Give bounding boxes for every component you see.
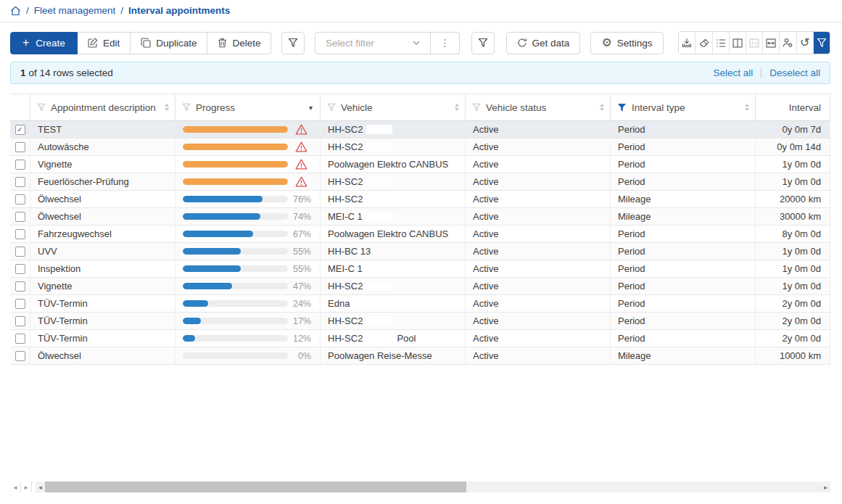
home-icon[interactable]: [10, 6, 21, 16]
filter-button-mid[interactable]: [471, 32, 495, 54]
header-appointment-description[interactable]: Appointment description: [30, 94, 176, 120]
progress-percent: 67%: [288, 229, 311, 239]
progress-bar: [183, 265, 288, 272]
vehicle-cell: HH-SC2 Pool: [321, 330, 466, 347]
row-checkbox[interactable]: ✓: [15, 142, 25, 152]
appointment-description-cell: UVV: [30, 243, 176, 260]
settings-label: Settings: [617, 38, 653, 49]
edit-button[interactable]: Edit: [78, 32, 131, 54]
progress-percent: 76%: [288, 194, 311, 205]
row-checkbox[interactable]: ✓: [15, 299, 25, 309]
select-filter-dropdown[interactable]: Select filter: [315, 32, 431, 54]
header-interval-type[interactable]: Interval type: [611, 94, 756, 120]
filter-icon[interactable]: [182, 103, 191, 112]
row-checkbox[interactable]: ✓: [15, 160, 25, 170]
checkbox-cell: ✓: [10, 347, 30, 364]
header-interval[interactable]: Interval: [756, 94, 830, 120]
table-row[interactable]: ✓ Inspektion 55% MEI-C 1 Active Period 1…: [10, 260, 830, 278]
table-row[interactable]: ✓ TÜV-Termin 24% Edna Active Period 2y 0…: [10, 295, 830, 313]
checkbox-cell: ✓: [10, 243, 30, 260]
row-checkbox[interactable]: ✓: [15, 264, 25, 274]
filter-icon[interactable]: [472, 103, 481, 112]
checkbox-cell: ✓: [10, 278, 30, 294]
select-all-link[interactable]: Select all: [713, 67, 753, 78]
page-left-button[interactable]: ◂: [10, 482, 21, 492]
row-checkbox[interactable]: ✓: [15, 334, 25, 344]
vehicle-status-cell: Active: [466, 191, 611, 207]
row-checkbox[interactable]: ✓: [15, 281, 25, 292]
vehicle-status-cell: Active: [466, 347, 611, 364]
sort-icon[interactable]: [600, 104, 606, 111]
user-settings-icon[interactable]: [779, 32, 796, 54]
filter-icon[interactable]: [37, 103, 46, 112]
breadcrumb-item-fleet-management[interactable]: Fleet management: [34, 5, 116, 16]
delete-button[interactable]: Delete: [207, 32, 271, 54]
table-row[interactable]: ✓ Fahrzeugwechsel 67% Poolwagen Elektro …: [10, 226, 830, 243]
scrollbar-left-arrow[interactable]: ◂: [36, 484, 45, 491]
sort-icon[interactable]: [455, 104, 461, 111]
interval-type-cell: Period: [611, 260, 756, 277]
row-checkbox[interactable]: ✓: [15, 212, 25, 222]
table-row[interactable]: ✓ UVV 55% HH-BC 13 Active Period 1y 0m 0…: [10, 243, 830, 260]
export-download-icon[interactable]: [679, 32, 696, 54]
table-row[interactable]: ✓ Ölwechsel 76% HH-SC2 Active Mileage 20…: [10, 191, 830, 208]
sort-icon[interactable]: [745, 104, 751, 111]
fit-columns-icon[interactable]: [762, 32, 779, 54]
table-row[interactable]: ✓ Ölwechsel 74% MEI-C 1 Active Mileage 3…: [10, 208, 830, 226]
progress-bar: [183, 178, 288, 185]
more-options-button[interactable]: ⋮: [431, 32, 460, 54]
filter-toggle-active-icon[interactable]: [813, 32, 830, 54]
header-label: Interval: [789, 102, 821, 113]
eraser-icon[interactable]: [695, 32, 711, 54]
table-row[interactable]: ✓ TÜV-Termin 12% HH-SC2 Pool Active Peri…: [10, 330, 830, 347]
vehicle-status-cell: Active: [466, 173, 611, 190]
row-checkbox[interactable]: ✓: [15, 351, 25, 361]
table-row[interactable]: ✓ Feuerlöscher-Prüfung HH-SC2 Active Per…: [10, 173, 830, 191]
appointment-description-cell: Fahrzeugwechsel: [30, 226, 176, 242]
interval-cell: 2y 0m 0d: [756, 313, 830, 329]
appointment-description-cell: TÜV-Termin: [30, 313, 176, 329]
vehicle-cell: HH-SC2: [321, 121, 466, 138]
row-checkbox[interactable]: ✓: [15, 247, 25, 257]
interval-cell: 1y 0m 0d: [756, 260, 830, 277]
table-row[interactable]: ✓ Vignette 47% HH-SC2 Active Period 1y 0…: [10, 278, 830, 295]
row-checkbox[interactable]: ✓: [15, 229, 25, 239]
create-button[interactable]: + Create: [10, 32, 78, 54]
split-columns-icon[interactable]: [729, 32, 746, 54]
table-row[interactable]: ✓ Vignette Poolwagen Elektro CANBUS Acti…: [10, 156, 830, 173]
progress-percent: 55%: [288, 247, 311, 257]
checkbox-cell: ✓: [10, 260, 30, 277]
list-icon[interactable]: [712, 32, 729, 54]
table-row[interactable]: ✓ TÜV-Termin 17% HH-SC2 Active Period 2y…: [10, 313, 830, 330]
get-data-button[interactable]: Get data: [506, 32, 581, 54]
filter-active-icon[interactable]: [617, 103, 627, 112]
scrollbar-right-arrow[interactable]: ▸: [821, 484, 830, 491]
progress-cell: 55%: [176, 260, 321, 277]
header-vehicle[interactable]: Vehicle: [321, 94, 466, 120]
deselect-all-link[interactable]: Deselect all: [769, 67, 820, 78]
header-vehicle-status[interactable]: Vehicle status: [466, 94, 611, 120]
scrollbar-thumb[interactable]: [45, 482, 466, 492]
horizontal-scrollbar[interactable]: ◂ ▸: [36, 482, 830, 492]
progress-bar: [183, 144, 288, 150]
duplicate-button[interactable]: Duplicate: [131, 32, 207, 54]
undo-icon[interactable]: ↺: [796, 32, 813, 54]
selected-text: of 14 rows selected: [29, 67, 113, 78]
table-row[interactable]: ✓ Ölwechsel 0% Poolwagen Reise-Messe Act…: [10, 347, 830, 365]
row-checkbox[interactable]: ✓: [15, 125, 25, 135]
header-progress[interactable]: Progress ▾: [176, 94, 321, 120]
breadcrumb-separator: /: [26, 5, 29, 16]
table-row[interactable]: ✓ Autowäsche HH-SC2 Active Period 0y 0m …: [10, 139, 830, 156]
caret-down-icon[interactable]: ▾: [309, 104, 315, 112]
progress-cell: 74%: [176, 208, 321, 225]
row-checkbox[interactable]: ✓: [15, 316, 25, 326]
refresh-icon: [517, 38, 527, 48]
filter-button-left[interactable]: [281, 32, 305, 54]
table-row[interactable]: ✓ TEST HH-SC2 Active Period 0y 0m 7d: [10, 121, 830, 139]
row-checkbox[interactable]: ✓: [15, 194, 25, 205]
settings-button[interactable]: ⚙ Settings: [590, 32, 663, 54]
filter-icon[interactable]: [327, 103, 336, 112]
sort-icon[interactable]: [165, 104, 170, 111]
page-right-button[interactable]: ▸: [21, 482, 32, 492]
row-checkbox[interactable]: ✓: [15, 177, 25, 187]
